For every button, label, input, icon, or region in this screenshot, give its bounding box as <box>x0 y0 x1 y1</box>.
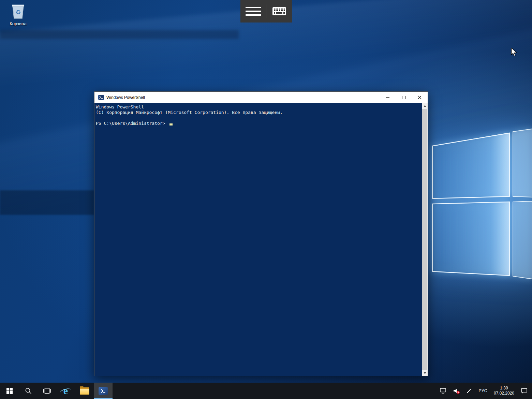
powershell-window: Windows PowerShell Windows PowerShell (C… <box>94 91 428 376</box>
hamburger-menu-icon <box>246 4 261 18</box>
console-line: (C) Корпорация Майкрософт (Microsoft Cor… <box>96 110 421 115</box>
powershell-icon <box>98 94 104 100</box>
taskbar-search-button[interactable] <box>19 383 38 399</box>
action-center-button[interactable] <box>518 383 530 399</box>
search-icon <box>25 387 32 394</box>
vm-console-toolbar <box>240 0 292 23</box>
taskbar-empty-area <box>113 383 438 399</box>
console-output-area[interactable]: Windows PowerShell (C) Корпорация Майкро… <box>94 103 428 376</box>
action-center-icon <box>521 388 528 394</box>
clock-date: 07.02.2020 <box>494 391 514 396</box>
window-title: Windows PowerShell <box>106 95 380 100</box>
taskbar-powershell-button[interactable] <box>94 383 113 399</box>
network-status-button[interactable] <box>438 383 449 399</box>
network-monitor-icon <box>440 388 447 394</box>
svg-text:♻: ♻ <box>15 9 21 16</box>
keyboard-icon <box>272 6 286 16</box>
powershell-icon <box>99 387 108 395</box>
close-button[interactable] <box>412 92 428 103</box>
scroll-down-button[interactable] <box>422 370 428 376</box>
pen-icon <box>466 388 472 394</box>
file-explorer-button[interactable] <box>75 383 94 399</box>
clock-time: 1:39 <box>494 386 514 391</box>
console-line: Windows PowerShell <box>96 104 421 110</box>
arrow-down-icon <box>424 372 426 374</box>
task-view-button[interactable] <box>38 383 56 399</box>
console-scrollbar[interactable] <box>422 103 428 376</box>
keyboard-toggle-button[interactable] <box>266 0 292 23</box>
desktop: ♻ Корзина <box>0 0 532 399</box>
arrow-up-icon <box>424 105 426 107</box>
volume-muted-icon <box>453 388 460 394</box>
close-icon <box>418 95 422 99</box>
internet-explorer-button[interactable]: e <box>56 383 75 399</box>
maximize-button[interactable] <box>396 92 412 103</box>
recycle-bin[interactable]: ♻ Корзина <box>5 3 31 26</box>
console-blank-line <box>96 115 421 121</box>
console-prompt: PS C:\Users\Administrator> <box>96 121 168 126</box>
task-view-icon <box>43 388 51 394</box>
mouse-pointer <box>511 48 517 57</box>
maximize-icon <box>402 96 405 99</box>
language-indicator[interactable]: РУС <box>476 383 490 399</box>
windows-logo-wallpaper <box>428 128 532 284</box>
menu-toggle-button[interactable] <box>240 0 266 23</box>
minimize-icon <box>386 97 389 98</box>
volume-button[interactable] <box>450 383 462 399</box>
console-prompt-row: PS C:\Users\Administrator> <box>96 121 421 126</box>
file-explorer-icon <box>80 387 89 395</box>
pen-workspace-button[interactable] <box>464 383 475 399</box>
minimize-button[interactable] <box>380 92 396 103</box>
scrollbar-thumb[interactable] <box>422 109 427 370</box>
taskbar: e <box>0 383 532 399</box>
wallpaper-shadow <box>0 30 239 39</box>
scroll-up-button[interactable] <box>422 103 428 109</box>
window-titlebar[interactable]: Windows PowerShell <box>94 92 428 103</box>
taskbar-clock[interactable]: 1:39 07.02.2020 <box>491 386 517 396</box>
recycle-bin-label: Корзина <box>5 21 31 26</box>
recycle-bin-icon: ♻ <box>11 3 26 19</box>
start-button[interactable] <box>0 383 19 399</box>
internet-explorer-icon: e <box>61 386 71 396</box>
console-cursor <box>169 123 173 125</box>
wallpaper-shadow <box>0 190 94 215</box>
windows-start-icon <box>6 388 13 394</box>
